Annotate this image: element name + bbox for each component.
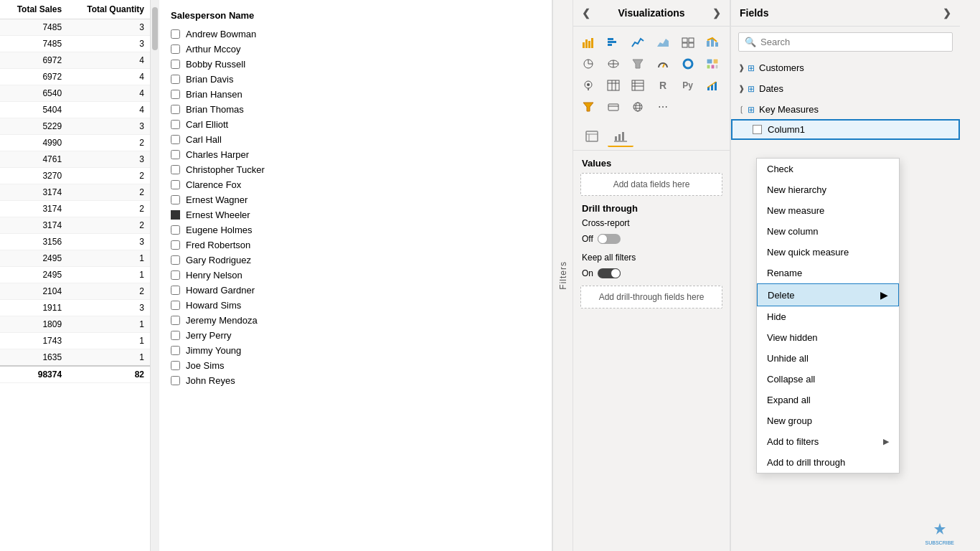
context-menu-add-to-filters[interactable]: Add to filters ▶ [757,431,899,452]
viz-icon-globe[interactable] [627,97,649,117]
salesperson-item[interactable]: Jimmy Young [159,343,552,358]
salesperson-item[interactable]: Brian Hansen [159,87,552,102]
column1-checkbox[interactable] [753,125,762,134]
salesperson-checkbox[interactable] [171,286,180,295]
viz-tab-analytics[interactable] [608,126,633,147]
context-menu-new-quick-measure[interactable]: New quick measure [757,242,899,263]
salesperson-checkbox[interactable] [171,240,180,250]
viz-icon-map2[interactable] [578,75,599,95]
viz-icon-Py[interactable]: Py [677,75,699,95]
salesperson-checkbox[interactable] [171,195,180,204]
salesperson-item[interactable]: Jeremy Mendoza [159,313,552,328]
viz-icon-R[interactable]: R [652,75,674,95]
context-menu-add-drill-through[interactable]: Add to drill through [757,452,899,473]
viz-icon-line[interactable] [627,32,649,52]
context-menu-rename[interactable]: Rename [757,263,899,283]
fields-forward-arrow[interactable]: ❯ [943,7,951,19]
salesperson-checkbox[interactable] [171,346,180,355]
viz-icon-scatter[interactable] [677,32,699,52]
salesperson-checkbox[interactable] [171,90,180,99]
salesperson-item[interactable]: Gary Rodriguez [159,253,552,268]
off-toggle[interactable]: Off [582,234,721,244]
salesperson-checkbox[interactable] [171,135,180,144]
column1-item[interactable]: Column1 [731,119,960,140]
viz-icon-table[interactable] [603,75,624,95]
salesperson-checkbox[interactable] [171,301,180,310]
search-input[interactable] [760,37,946,47]
viz-icon-kpi[interactable] [702,75,723,95]
viz-icon-filter[interactable] [578,97,599,117]
salesperson-item[interactable]: Ernest Wheeler [159,207,552,222]
salesperson-checkbox[interactable] [171,60,180,69]
salesperson-item[interactable]: Joe Sims [159,358,552,373]
salesperson-checkbox[interactable] [171,270,180,280]
customers-header[interactable]: ❱ ⊞ Customers [731,59,960,77]
viz-icon-column[interactable] [603,32,624,52]
table-scrollbar[interactable] [151,0,159,551]
context-menu-view-hidden[interactable]: View hidden [757,327,899,348]
salesperson-item[interactable]: Andrew Bowman [159,27,552,42]
salesperson-item[interactable]: Charles Harper [159,147,552,162]
salesperson-checkbox[interactable] [171,75,180,84]
viz-tab-format[interactable] [579,126,605,147]
salesperson-item[interactable]: Howard Gardner [159,283,552,298]
viz-icon-matrix[interactable] [627,75,649,95]
add-data-box[interactable]: Add data fields here [580,173,722,196]
salesperson-checkbox[interactable] [171,165,180,174]
viz-icon-combo[interactable] [702,32,723,52]
viz-icon-area[interactable] [652,32,674,52]
context-menu-new-measure[interactable]: New measure [757,200,899,221]
context-menu-new-group[interactable]: New group [757,410,899,431]
salesperson-checkbox[interactable] [171,120,180,129]
salesperson-checkbox[interactable] [171,255,180,265]
context-menu-check[interactable]: Check [757,159,899,179]
viz-icon-treemap[interactable] [702,54,723,74]
context-menu-new-column[interactable]: New column [757,221,899,242]
salesperson-item[interactable]: Carl Elliott [159,117,552,132]
viz-icon-bar[interactable] [578,32,599,52]
salesperson-item[interactable]: Jerry Perry [159,328,552,343]
context-menu-collapse-all[interactable]: Collapse all [757,369,899,390]
salesperson-checkbox[interactable] [171,331,180,340]
salesperson-item[interactable]: John Reyes [159,373,552,388]
salesperson-item[interactable]: Arthur Mccoy [159,42,552,57]
context-menu-expand-all[interactable]: Expand all [757,390,899,410]
salesperson-item[interactable]: Howard Sims [159,298,552,313]
salesperson-item[interactable]: Henry Nelson [159,268,552,283]
salesperson-item[interactable]: Bobby Russell [159,57,552,72]
context-menu-new-hierarchy[interactable]: New hierarchy [757,179,899,200]
key-measures-header[interactable]: ❲ ⊞ Key Measures [731,100,960,118]
viz-icon-card[interactable] [603,97,624,117]
salesperson-item[interactable]: Ernest Wagner [159,192,552,207]
scrollbar-thumb[interactable] [152,7,158,50]
salesperson-checkbox[interactable] [171,105,180,114]
viz-icon-donut[interactable] [677,54,699,74]
salesperson-checkbox[interactable] [171,180,180,189]
salesperson-item[interactable]: Brian Davis [159,72,552,87]
viz-icon-more[interactable]: ⋯ [652,97,674,117]
viz-icon-gauge[interactable] [652,54,674,74]
context-menu-unhide-all[interactable]: Unhide all [757,348,899,369]
salesperson-item[interactable]: Christopher Tucker [159,162,552,177]
salesperson-item[interactable]: Carl Hall [159,132,552,147]
salesperson-item[interactable]: Fred Robertson [159,237,552,253]
viz-back-arrow[interactable]: ❮ [582,7,590,19]
salesperson-item[interactable]: Clarence Fox [159,177,552,192]
salesperson-checkbox[interactable] [171,150,180,159]
salesperson-item[interactable]: Brian Thomas [159,102,552,117]
toggle-track-on[interactable] [598,268,621,278]
viz-icon-funnel[interactable] [627,54,649,74]
context-menu-delete[interactable]: Delete ▶ [757,283,899,306]
toggle-track-off[interactable] [598,234,621,244]
context-menu-hide[interactable]: Hide [757,306,899,327]
salesperson-checkbox[interactable] [171,225,180,235]
salesperson-checkbox[interactable] [171,361,180,370]
viz-forward-arrow[interactable]: ❯ [712,7,721,19]
viz-icon-pie[interactable] [578,54,599,74]
salesperson-checkbox[interactable] [171,29,180,39]
salesperson-checkbox[interactable] [171,316,180,325]
viz-icon-map1[interactable] [603,54,624,74]
on-toggle[interactable]: On [582,268,721,278]
salesperson-checkbox[interactable] [171,44,180,54]
dates-header[interactable]: ❱ ⊞ Dates [731,80,960,98]
